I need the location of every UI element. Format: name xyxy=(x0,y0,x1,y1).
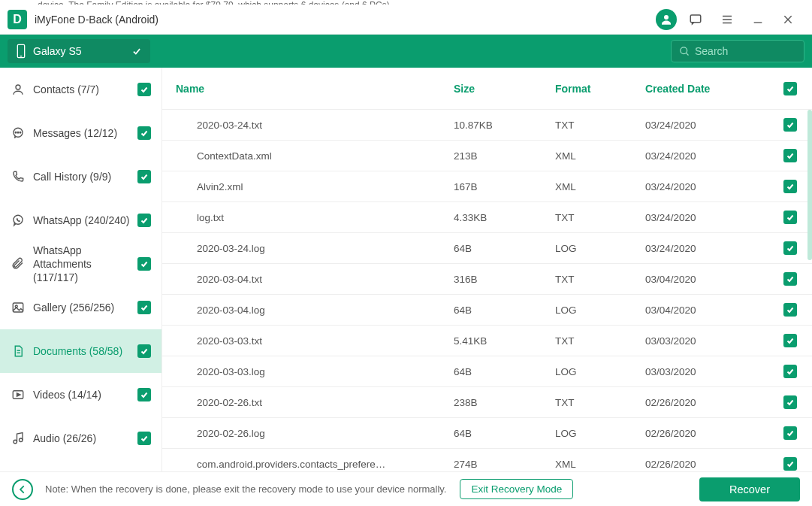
back-button[interactable] xyxy=(12,479,33,500)
videos-icon xyxy=(11,388,26,401)
sidebar-item-attachment[interactable]: WhatsApp Attachments (117/117) xyxy=(0,242,161,286)
sidebar-item-label: Call History (9/9) xyxy=(33,170,137,183)
cell-date: 03/24/2020 xyxy=(645,243,780,254)
checkbox-checked[interactable] xyxy=(783,365,797,378)
close-icon[interactable] xyxy=(782,14,794,26)
cell-format: TXT xyxy=(555,274,645,285)
device-name: Galaxy S5 xyxy=(33,45,131,57)
checkbox-checked[interactable] xyxy=(783,241,797,255)
column-format[interactable]: Format xyxy=(555,83,645,95)
cell-format: TXT xyxy=(555,212,645,223)
table-row[interactable]: 2020-02-26.log64BLOG02/26/2020 xyxy=(162,418,812,449)
checkbox-checked[interactable] xyxy=(783,272,797,286)
cell-date: 02/26/2020 xyxy=(645,428,780,439)
select-all-checkbox[interactable] xyxy=(780,82,797,95)
table-row[interactable]: 2020-03-04.txt316BTXT03/04/2020 xyxy=(162,264,812,295)
cell-size: 274B xyxy=(454,459,555,470)
checkbox-checked[interactable] xyxy=(137,126,151,140)
table-row[interactable]: 2020-02-26.txt238BTXT02/26/2020 xyxy=(162,387,812,418)
category-sidebar: Contacts (7/7)Messages (12/12)Call Histo… xyxy=(0,68,162,471)
device-bar: Galaxy S5 xyxy=(0,35,812,68)
search-box[interactable] xyxy=(671,40,804,62)
sidebar-item-documents[interactable]: Documents (58/58) xyxy=(0,329,161,373)
checkbox-checked[interactable] xyxy=(137,432,151,445)
minimize-icon[interactable] xyxy=(752,14,764,26)
checkbox-checked[interactable] xyxy=(137,301,151,314)
table-row[interactable]: ContextData.xml213BXML03/24/2020 xyxy=(162,141,812,171)
sidebar-item-videos[interactable]: Videos (14/14) xyxy=(0,373,161,417)
table-row[interactable]: log.txt4.33KBTXT03/24/2020 xyxy=(162,202,812,233)
cell-size: 64B xyxy=(454,243,555,254)
table-row[interactable]: 2020-03-03.log64BLOG03/03/2020 xyxy=(162,356,812,387)
table-row[interactable]: 2020-03-24.txt10.87KBTXT03/24/2020 xyxy=(162,110,812,141)
checkbox-checked[interactable] xyxy=(783,303,797,317)
table-body: 2020-03-24.txt10.87KBTXT03/24/2020Contex… xyxy=(162,110,812,471)
app-title: iMyFone D-Back (Android) xyxy=(35,14,158,26)
sidebar-item-whatsapp[interactable]: WhatsApp (240/240) xyxy=(0,198,161,242)
title-bar: D iMyFone D-Back (Android) xyxy=(0,5,812,35)
table-header: Name Size Format Created Date xyxy=(162,68,812,110)
sidebar-item-messages[interactable]: Messages (12/12) xyxy=(0,111,161,155)
sidebar-item-label: Gallery (256/256) xyxy=(33,301,137,314)
svg-point-0 xyxy=(664,15,669,20)
checkbox-checked[interactable] xyxy=(783,426,797,440)
checkbox-checked[interactable] xyxy=(137,170,151,183)
cell-size: 316B xyxy=(454,274,555,285)
svg-point-12 xyxy=(16,85,20,89)
checkbox-checked[interactable] xyxy=(137,214,151,227)
table-row[interactable]: Alvin2.xml167BXML03/24/2020 xyxy=(162,171,812,202)
cell-name: 2020-03-04.log xyxy=(176,305,454,316)
audio-icon xyxy=(11,432,26,445)
sidebar-item-audio[interactable]: Audio (26/26) xyxy=(0,417,161,460)
svg-point-10 xyxy=(681,47,687,53)
table-row[interactable]: 2020-03-03.txt5.41KBTXT03/03/2020 xyxy=(162,326,812,356)
table-row[interactable]: 2020-03-24.log64BLOG03/24/2020 xyxy=(162,233,812,264)
checkbox-checked[interactable] xyxy=(783,118,797,132)
checkbox-checked[interactable] xyxy=(783,395,797,409)
svg-line-11 xyxy=(686,53,688,55)
cell-date: 03/04/2020 xyxy=(645,305,780,316)
cell-size: 64B xyxy=(454,366,555,377)
cell-date: 03/24/2020 xyxy=(645,150,780,162)
feedback-icon[interactable] xyxy=(689,13,702,26)
menu-icon[interactable] xyxy=(720,13,734,26)
column-name[interactable]: Name xyxy=(176,83,454,95)
sidebar-item-callhistory[interactable]: Call History (9/9) xyxy=(0,155,161,198)
callhistory-icon xyxy=(11,170,26,183)
cell-date: 03/24/2020 xyxy=(645,212,780,223)
cell-format: XML xyxy=(555,181,645,192)
sidebar-item-label: Messages (12/12) xyxy=(33,126,137,140)
device-selector[interactable]: Galaxy S5 xyxy=(8,39,150,63)
checkbox-checked[interactable] xyxy=(783,180,797,193)
checkbox-checked[interactable] xyxy=(783,149,797,162)
cell-name: 2020-03-03.txt xyxy=(176,335,454,347)
recover-button[interactable]: Recover xyxy=(699,477,800,501)
checkbox-checked[interactable] xyxy=(137,344,151,358)
checkbox-checked[interactable] xyxy=(783,211,797,224)
column-size[interactable]: Size xyxy=(454,83,555,95)
exit-recovery-button[interactable]: Exit Recovery Mode xyxy=(460,479,573,499)
checkbox-checked[interactable] xyxy=(137,388,151,401)
scrollbar-thumb[interactable] xyxy=(807,110,812,260)
checkbox-checked[interactable] xyxy=(137,83,151,96)
file-list-panel: Name Size Format Created Date 2020-03-24… xyxy=(162,68,812,471)
sidebar-item-gallery[interactable]: Gallery (256/256) xyxy=(0,286,161,329)
sidebar-item-label: WhatsApp Attachments (117/117) xyxy=(33,244,137,285)
table-row[interactable]: com.android.providers.contacts_prefere…2… xyxy=(162,449,812,471)
search-input[interactable] xyxy=(695,45,796,57)
cell-format: XML xyxy=(555,150,645,162)
checkbox-checked[interactable] xyxy=(137,257,151,271)
cell-format: TXT xyxy=(555,397,645,408)
cell-format: XML xyxy=(555,459,645,470)
checkbox-checked[interactable] xyxy=(783,457,797,471)
user-account-icon[interactable] xyxy=(656,9,677,30)
column-date[interactable]: Created Date xyxy=(645,83,780,95)
checkbox-checked[interactable] xyxy=(783,334,797,347)
cell-name: log.txt xyxy=(176,212,454,223)
cell-size: 4.33KB xyxy=(454,212,555,223)
table-row[interactable]: 2020-03-04.log64BLOG03/04/2020 xyxy=(162,295,812,326)
cell-date: 03/24/2020 xyxy=(645,181,780,192)
attachment-icon xyxy=(11,257,26,271)
sidebar-item-contacts[interactable]: Contacts (7/7) xyxy=(0,68,161,111)
gallery-icon xyxy=(11,301,26,314)
